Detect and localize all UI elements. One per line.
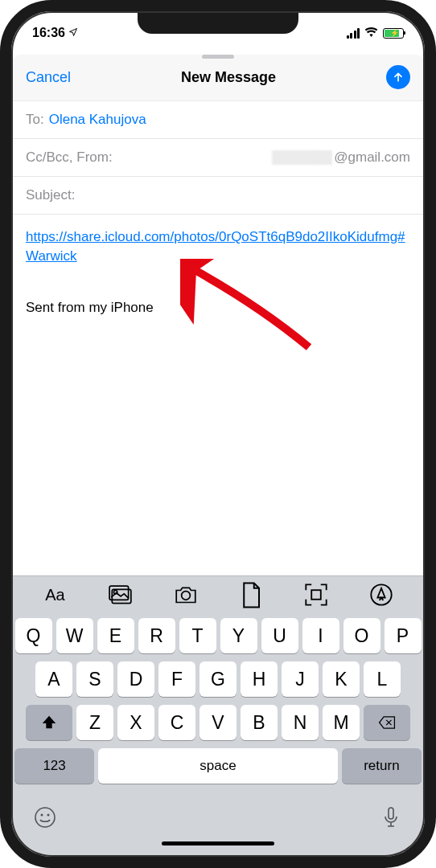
key-r[interactable]: R <box>138 618 175 653</box>
svg-point-7 <box>41 814 43 817</box>
emoji-icon[interactable] <box>34 806 56 832</box>
keyboard-row-3: Z X C V B N M <box>14 705 422 740</box>
space-key[interactable]: space <box>98 748 338 784</box>
return-key[interactable]: return <box>342 748 422 784</box>
key-z[interactable]: Z <box>76 705 113 740</box>
svg-point-3 <box>181 592 190 600</box>
key-t[interactable]: T <box>179 618 216 653</box>
key-v[interactable]: V <box>199 705 237 740</box>
wifi-icon <box>364 26 378 40</box>
key-p[interactable]: P <box>385 618 422 653</box>
ccbcc-from-label: Cc/Bcc, From: <box>26 149 113 166</box>
key-g[interactable]: G <box>199 661 237 697</box>
from-suffix: @gmail.com <box>334 149 410 166</box>
key-o[interactable]: O <box>343 618 380 653</box>
status-time: 16:36 <box>32 26 65 40</box>
ccbcc-from-field[interactable]: Cc/Bcc, From: @gmail.com <box>11 139 425 177</box>
body-link[interactable]: https://share.icloud.com/photos/0rQoSTt6… <box>26 229 405 264</box>
svg-rect-9 <box>389 808 393 819</box>
to-field[interactable]: To: Olena Kahujova <box>11 101 425 139</box>
nav-header: Cancel New Message <box>11 59 425 101</box>
numbers-key[interactable]: 123 <box>14 748 94 784</box>
key-q[interactable]: Q <box>15 618 52 653</box>
svg-rect-4 <box>311 590 321 600</box>
key-a[interactable]: A <box>35 661 72 697</box>
key-n[interactable]: N <box>282 705 319 740</box>
key-l[interactable]: L <box>364 661 401 697</box>
keyboard-toolbar: Aa <box>11 575 425 613</box>
keyboard-row-2: A S D F G H J K L <box>14 661 422 697</box>
key-e[interactable]: E <box>97 618 134 653</box>
camera-icon[interactable] <box>174 584 198 605</box>
key-i[interactable]: I <box>302 618 339 653</box>
send-button[interactable] <box>386 65 410 89</box>
key-d[interactable]: D <box>117 661 154 697</box>
scan-icon[interactable] <box>304 584 328 605</box>
keyboard: Aa Q W E R T Y <box>11 575 425 857</box>
battery-icon: ⚡ <box>383 28 404 39</box>
subject-field[interactable]: Subject: <box>11 177 425 215</box>
to-value: Olena Kahujova <box>49 112 146 128</box>
key-y[interactable]: Y <box>220 618 257 653</box>
svg-point-6 <box>35 808 55 827</box>
keyboard-row-1: Q W E R T Y U I O P <box>14 618 422 653</box>
home-indicator[interactable] <box>162 841 274 845</box>
key-w[interactable]: W <box>56 618 93 653</box>
cancel-button[interactable]: Cancel <box>26 69 71 86</box>
cellular-signal-icon <box>347 28 360 39</box>
document-icon[interactable] <box>239 584 263 605</box>
markup-icon[interactable] <box>369 584 393 605</box>
key-s[interactable]: S <box>76 661 113 697</box>
key-u[interactable]: U <box>261 618 298 653</box>
photo-library-icon[interactable] <box>109 584 133 605</box>
compose-sheet: Cancel New Message To: Olena Kahujova Cc… <box>11 55 425 440</box>
key-h[interactable]: H <box>241 661 278 697</box>
location-icon <box>68 27 78 39</box>
key-k[interactable]: K <box>323 661 360 697</box>
from-address-redacted <box>272 150 332 165</box>
keyboard-row-4: 123 space return <box>14 748 422 784</box>
key-f[interactable]: F <box>158 661 195 697</box>
backspace-key[interactable] <box>364 705 410 740</box>
shift-key[interactable] <box>26 705 72 740</box>
page-title: New Message <box>181 69 276 86</box>
dictation-icon[interactable] <box>380 806 402 832</box>
svg-point-8 <box>47 814 50 817</box>
key-c[interactable]: C <box>158 705 195 740</box>
subject-label: Subject: <box>26 187 75 203</box>
key-b[interactable]: B <box>241 705 278 740</box>
key-m[interactable]: M <box>323 705 360 740</box>
key-j[interactable]: J <box>282 661 319 697</box>
signature: Sent from my iPhone <box>26 298 410 317</box>
format-button[interactable]: Aa <box>43 584 68 605</box>
to-label: To: <box>26 112 44 128</box>
message-body[interactable]: https://share.icloud.com/photos/0rQoSTt6… <box>11 215 425 440</box>
key-x[interactable]: X <box>117 705 154 740</box>
